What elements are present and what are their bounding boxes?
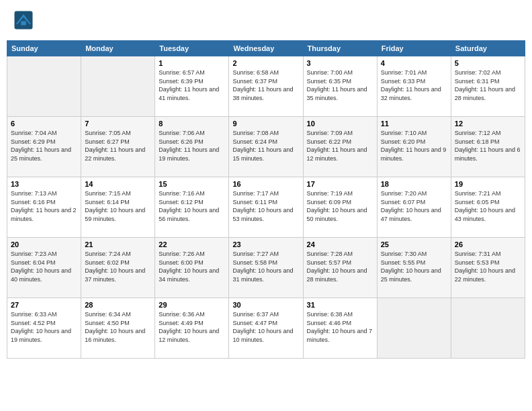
calendar-cell: 4Sunrise: 7:01 AM Sunset: 6:33 PM Daylig… [377,56,451,117]
calendar-cell: 14Sunrise: 7:15 AM Sunset: 6:14 PM Dayli… [81,177,155,238]
day-number: 14 [85,180,151,188]
day-info: Sunrise: 7:28 AM Sunset: 5:57 PM Dayligh… [307,250,373,283]
logo [13,10,36,30]
calendar-cell: 8Sunrise: 7:06 AM Sunset: 6:26 PM Daylig… [155,117,229,177]
day-info: Sunrise: 6:58 AM Sunset: 6:37 PM Dayligh… [232,68,299,102]
calendar-cell: 15Sunrise: 7:16 AM Sunset: 6:12 PM Dayli… [155,177,229,238]
logo-icon [13,10,34,30]
day-info: Sunrise: 7:23 AM Sunset: 6:04 PM Dayligh… [11,250,77,283]
calendar-cell: 23Sunrise: 7:27 AM Sunset: 5:58 PM Dayli… [229,238,303,298]
day-number: 11 [381,120,447,128]
day-info: Sunrise: 7:26 AM Sunset: 6:00 PM Dayligh… [159,250,225,283]
day-info: Sunrise: 7:08 AM Sunset: 6:24 PM Dayligh… [232,129,299,163]
calendar-week-2: 6Sunrise: 7:04 AM Sunset: 6:29 PM Daylig… [7,117,525,177]
day-number: 27 [11,301,77,309]
day-number: 15 [159,180,225,188]
calendar-table: SundayMondayTuesdayWednesdayThursdayFrid… [7,40,525,359]
calendar-cell: 21Sunrise: 7:24 AM Sunset: 6:02 PM Dayli… [81,238,155,298]
day-number: 20 [11,240,77,248]
day-number: 4 [381,59,447,67]
day-number: 24 [307,240,373,248]
day-info: Sunrise: 6:36 AM Sunset: 4:49 PM Dayligh… [159,310,225,344]
day-info: Sunrise: 7:10 AM Sunset: 6:20 PM Dayligh… [381,129,447,163]
weekday-saturday: Saturday [451,41,525,56]
weekday-friday: Friday [377,41,451,56]
day-info: Sunrise: 6:57 AM Sunset: 6:39 PM Dayligh… [159,68,225,102]
day-number: 7 [85,120,151,128]
calendar-cell: 13Sunrise: 7:13 AM Sunset: 6:16 PM Dayli… [7,177,81,238]
calendar-cell: 29Sunrise: 6:36 AM Sunset: 4:49 PM Dayli… [155,298,229,359]
day-number: 29 [159,301,225,309]
calendar-cell: 31Sunrise: 6:38 AM Sunset: 4:46 PM Dayli… [303,298,377,359]
calendar-cell [81,56,155,117]
day-info: Sunrise: 7:15 AM Sunset: 6:14 PM Dayligh… [85,189,151,223]
day-number: 9 [232,120,299,128]
weekday-wednesday: Wednesday [229,41,303,56]
calendar-cell: 10Sunrise: 7:09 AM Sunset: 6:22 PM Dayli… [303,117,377,177]
day-number: 12 [455,120,521,128]
day-number: 18 [381,180,447,188]
day-info: Sunrise: 7:20 AM Sunset: 6:07 PM Dayligh… [381,189,447,223]
calendar-cell: 28Sunrise: 6:34 AM Sunset: 4:50 PM Dayli… [81,298,155,359]
weekday-header-row: SundayMondayTuesdayWednesdayThursdayFrid… [7,41,525,56]
calendar-cell: 17Sunrise: 7:19 AM Sunset: 6:09 PM Dayli… [303,177,377,238]
day-number: 10 [307,120,373,128]
day-info: Sunrise: 6:33 AM Sunset: 4:52 PM Dayligh… [11,310,77,344]
day-number: 28 [85,301,151,309]
calendar-cell: 9Sunrise: 7:08 AM Sunset: 6:24 PM Daylig… [229,117,303,177]
day-number: 2 [232,59,299,67]
day-number: 26 [455,240,521,248]
day-number: 23 [232,240,299,248]
day-number: 6 [11,120,77,128]
day-number: 13 [11,180,77,188]
day-info: Sunrise: 6:34 AM Sunset: 4:50 PM Dayligh… [85,310,151,344]
day-info: Sunrise: 7:24 AM Sunset: 6:02 PM Dayligh… [85,250,151,283]
day-number: 5 [455,59,521,67]
calendar-cell: 30Sunrise: 6:37 AM Sunset: 4:47 PM Dayli… [229,298,303,359]
calendar-body: 1Sunrise: 6:57 AM Sunset: 6:39 PM Daylig… [7,56,525,359]
calendar-week-1: 1Sunrise: 6:57 AM Sunset: 6:39 PM Daylig… [7,56,525,117]
page-header [7,7,525,34]
day-number: 22 [159,240,225,248]
day-info: Sunrise: 6:38 AM Sunset: 4:46 PM Dayligh… [307,310,373,344]
day-info: Sunrise: 7:13 AM Sunset: 6:16 PM Dayligh… [11,189,77,223]
calendar-cell: 26Sunrise: 7:31 AM Sunset: 5:53 PM Dayli… [451,238,525,298]
day-info: Sunrise: 7:04 AM Sunset: 6:29 PM Dayligh… [11,129,77,163]
calendar-cell: 3Sunrise: 7:00 AM Sunset: 6:35 PM Daylig… [303,56,377,117]
day-number: 25 [381,240,447,248]
day-info: Sunrise: 7:27 AM Sunset: 5:58 PM Dayligh… [232,250,299,283]
day-number: 19 [455,180,521,188]
calendar-cell: 2Sunrise: 6:58 AM Sunset: 6:37 PM Daylig… [229,56,303,117]
calendar-cell: 12Sunrise: 7:12 AM Sunset: 6:18 PM Dayli… [451,117,525,177]
day-info: Sunrise: 7:01 AM Sunset: 6:33 PM Dayligh… [381,68,447,102]
day-info: Sunrise: 6:37 AM Sunset: 4:47 PM Dayligh… [232,310,299,344]
day-info: Sunrise: 7:19 AM Sunset: 6:09 PM Dayligh… [307,189,373,223]
day-number: 21 [85,240,151,248]
calendar-cell [377,298,451,359]
calendar-cell: 27Sunrise: 6:33 AM Sunset: 4:52 PM Dayli… [7,298,81,359]
calendar-cell [7,56,81,117]
day-number: 3 [307,59,373,67]
day-info: Sunrise: 7:17 AM Sunset: 6:11 PM Dayligh… [232,189,299,223]
day-info: Sunrise: 7:12 AM Sunset: 6:18 PM Dayligh… [455,129,521,163]
calendar-cell: 7Sunrise: 7:05 AM Sunset: 6:27 PM Daylig… [81,117,155,177]
weekday-tuesday: Tuesday [155,41,229,56]
calendar-cell: 1Sunrise: 6:57 AM Sunset: 6:39 PM Daylig… [155,56,229,117]
day-number: 30 [232,301,299,309]
calendar-cell: 20Sunrise: 7:23 AM Sunset: 6:04 PM Dayli… [7,238,81,298]
day-info: Sunrise: 7:30 AM Sunset: 5:55 PM Dayligh… [381,250,447,283]
calendar-cell: 11Sunrise: 7:10 AM Sunset: 6:20 PM Dayli… [377,117,451,177]
day-info: Sunrise: 7:16 AM Sunset: 6:12 PM Dayligh… [159,189,225,223]
day-info: Sunrise: 7:05 AM Sunset: 6:27 PM Dayligh… [85,129,151,163]
weekday-sunday: Sunday [7,41,81,56]
day-info: Sunrise: 7:31 AM Sunset: 5:53 PM Dayligh… [455,250,521,283]
calendar-cell: 18Sunrise: 7:20 AM Sunset: 6:07 PM Dayli… [377,177,451,238]
day-number: 31 [307,301,373,309]
calendar-cell: 19Sunrise: 7:21 AM Sunset: 6:05 PM Dayli… [451,177,525,238]
weekday-thursday: Thursday [303,41,377,56]
calendar-cell: 16Sunrise: 7:17 AM Sunset: 6:11 PM Dayli… [229,177,303,238]
day-info: Sunrise: 7:09 AM Sunset: 6:22 PM Dayligh… [307,129,373,163]
calendar-cell: 6Sunrise: 7:04 AM Sunset: 6:29 PM Daylig… [7,117,81,177]
day-info: Sunrise: 7:02 AM Sunset: 6:31 PM Dayligh… [455,68,521,102]
day-number: 8 [159,120,225,128]
